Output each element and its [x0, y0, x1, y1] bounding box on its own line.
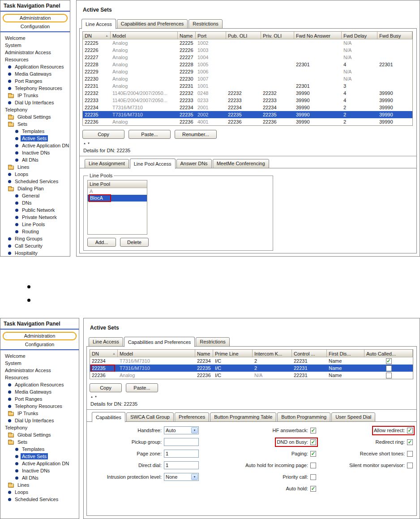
- tree-item-general[interactable]: General: [0, 192, 70, 199]
- details-splitter[interactable]: ▲▼: [82, 141, 414, 146]
- table-row-22232[interactable]: 222321140E/2004/2007/2050...222320248222…: [83, 90, 412, 97]
- tab-capabilities-and-preferences[interactable]: Capabilities and Preferences: [124, 337, 195, 347]
- tab-preferences[interactable]: Preferences: [175, 412, 209, 422]
- column-header-model[interactable]: Model: [118, 350, 195, 357]
- tree-item-media-gateways[interactable]: Media Gateways: [0, 70, 70, 77]
- tree-item-templates[interactable]: Templates: [0, 446, 79, 453]
- dnd-on-busy-checkbox[interactable]: [310, 439, 316, 445]
- column-header-fwd-no-answer[interactable]: Fwd No Answer: [294, 32, 342, 39]
- tree-item-hospitality[interactable]: Hospitality: [0, 249, 70, 257]
- tree-item-application-resources[interactable]: Application Resources: [0, 63, 70, 70]
- tree-item-call-security[interactable]: Call Security: [0, 242, 70, 249]
- tab-button-programming-table[interactable]: Button Programming Table: [210, 412, 276, 422]
- auto-hold-for-incoming-page-checkbox[interactable]: [310, 463, 316, 468]
- table-row-22235[interactable]: 22235T7316/M731022235I/C222231Name: [90, 365, 413, 372]
- auto-hold-checkbox[interactable]: [310, 486, 316, 492]
- add-button[interactable]: Add...: [87, 238, 116, 247]
- pool-row-bloca[interactable]: BlocA: [88, 195, 147, 202]
- administration-tab[interactable]: Administration: [3, 332, 77, 340]
- tab-capabilities[interactable]: Capabilities: [92, 412, 125, 422]
- tab-line-access[interactable]: Line Access: [89, 337, 123, 347]
- table-row-22233[interactable]: 222331140E/2004/2007/2050...222330233222…: [83, 97, 412, 104]
- column-header-fwd-busy[interactable]: Fwd Busy: [377, 32, 412, 39]
- tree-item-line-pools[interactable]: Line Pools: [0, 221, 70, 228]
- tree-item-routing[interactable]: Routing: [0, 228, 70, 235]
- table-row-22227[interactable]: 22227Analog222271004N/A: [83, 54, 412, 61]
- table-row-22235[interactable]: 22235T7316/M7310222352002222352223539990…: [83, 111, 412, 118]
- tree-item-active-application-dn[interactable]: Active Application DN: [0, 142, 70, 149]
- column-header-first-dis[interactable]: First Dis...: [327, 350, 364, 357]
- column-header-intercom-k[interactable]: Intercom K...: [253, 350, 292, 357]
- tree-item-inactive-dns[interactable]: Inactive DNs: [0, 149, 70, 156]
- tree-item-all-dns[interactable]: All DNs: [0, 474, 79, 481]
- tab-line-assignment[interactable]: Line Assignment: [85, 159, 129, 168]
- configuration-tab[interactable]: Configuration: [0, 24, 70, 32]
- tree-item-loops[interactable]: Loops: [0, 489, 79, 496]
- allow-redirect-checkbox[interactable]: [407, 428, 413, 433]
- column-header-fwd-delay[interactable]: Fwd Delay: [342, 32, 377, 39]
- tree-item-dns[interactable]: DNs: [0, 199, 70, 206]
- tree-item-scheduled-services[interactable]: Scheduled Services: [0, 496, 79, 503]
- tree-item-sets[interactable]: Sets: [0, 438, 79, 446]
- column-header-auto-called[interactable]: Auto Called...: [364, 350, 413, 357]
- column-header-dn[interactable]: DN▲: [83, 32, 111, 39]
- delete-button[interactable]: Delete: [120, 238, 149, 247]
- tree-item-telephony[interactable]: Telephony: [0, 424, 79, 431]
- tree-item-global-settings[interactable]: Global Settings: [0, 431, 79, 438]
- configuration-tab[interactable]: Configuration: [0, 342, 79, 350]
- direct-dial-input[interactable]: [164, 461, 199, 469]
- tree-item-administrator-access[interactable]: Administrator Access: [0, 367, 79, 374]
- tab-swca-call-group[interactable]: SWCA Call Group: [126, 412, 174, 422]
- table-row-22236[interactable]: 22236Analog22236400122236222363999023999…: [83, 118, 412, 125]
- tab-user-speed-dial[interactable]: User Speed Dial: [331, 412, 375, 422]
- paste-button[interactable]: Paste...: [129, 130, 171, 139]
- tree-item-resources[interactable]: Resources: [0, 56, 70, 63]
- table-row-22229[interactable]: 22229Analog222291006N/A: [83, 68, 412, 75]
- tree-item-telephony-resources[interactable]: Telephony Resources: [0, 403, 79, 410]
- tree-item-active-sets[interactable]: Active Sets: [0, 453, 79, 460]
- tab-button-programming[interactable]: Button Programming: [277, 412, 330, 422]
- pool-column-header[interactable]: Line Pool: [88, 180, 147, 188]
- tab-meetme-conferencing[interactable]: MeetMe Conferencing: [213, 159, 269, 168]
- tree-item-ip-trunks[interactable]: IP Trunks: [0, 410, 79, 417]
- handsfree-select[interactable]: Auto▼: [164, 426, 199, 434]
- tree-item-dialing-plan[interactable]: Dialing Plan: [0, 185, 70, 192]
- tree-item-telephony[interactable]: Telephony: [0, 106, 70, 113]
- table-row-22234[interactable]: 22234T7316/M7310222342001222342223439990…: [83, 104, 412, 111]
- tree-item-telephony-resources[interactable]: Telephony Resources: [0, 85, 70, 92]
- column-header-model[interactable]: Model: [111, 32, 178, 39]
- tree-item-ip-trunks[interactable]: IP Trunks: [0, 92, 70, 99]
- tree-item-active-application-dn[interactable]: Active Application DN: [0, 460, 79, 467]
- tree-item-public-network[interactable]: Public Network: [0, 206, 70, 214]
- tab-capabilities-and-preferences[interactable]: Capabilities and Preferences: [117, 19, 188, 29]
- receive-short-tones-checkbox[interactable]: [407, 451, 413, 457]
- tree-item-system[interactable]: System: [0, 360, 79, 367]
- silent-monitor-supervisor-checkbox[interactable]: [407, 463, 413, 468]
- tab-answer-dns[interactable]: Answer DNs: [176, 159, 212, 168]
- tree-item-dial-up-interfaces[interactable]: Dial Up Interfaces: [0, 99, 70, 106]
- tree-item-sets[interactable]: Sets: [0, 120, 70, 128]
- column-header-port[interactable]: Port: [196, 32, 226, 39]
- column-header-control[interactable]: Control ...: [292, 350, 327, 357]
- tree-item-private-network[interactable]: Private Network: [0, 214, 70, 221]
- tree-item-resources[interactable]: Resources: [0, 374, 79, 381]
- priority-call-checkbox[interactable]: [310, 474, 316, 480]
- row-checkbox[interactable]: [386, 365, 392, 371]
- hf-answerback-checkbox[interactable]: [310, 428, 316, 433]
- tree-item-lines[interactable]: Lines: [0, 481, 79, 489]
- pool-row-a[interactable]: A: [88, 188, 147, 195]
- tree-item-welcome[interactable]: Welcome: [0, 34, 70, 42]
- intrusion-protection-level-select[interactable]: None▼: [164, 473, 199, 481]
- page-zone-input[interactable]: [164, 450, 199, 458]
- paging-checkbox[interactable]: [310, 451, 316, 457]
- tree-item-inactive-dns[interactable]: Inactive DNs: [0, 467, 79, 474]
- tree-item-templates[interactable]: Templates: [0, 128, 70, 135]
- details-splitter[interactable]: ▲▼: [90, 394, 414, 399]
- tree-item-ring-groups[interactable]: Ring Groups: [0, 235, 70, 242]
- tree-item-dial-up-interfaces[interactable]: Dial Up Interfaces: [0, 417, 79, 424]
- column-header-priv-oli[interactable]: Priv. OLI: [261, 32, 294, 39]
- table-row-22226[interactable]: 22226Analog222261003N/A: [83, 47, 412, 54]
- tree-item-port-ranges[interactable]: Port Ranges: [0, 77, 70, 85]
- tree-item-active-sets[interactable]: Active Sets: [0, 135, 70, 142]
- tree-item-administrator-access[interactable]: Administrator Access: [0, 49, 70, 56]
